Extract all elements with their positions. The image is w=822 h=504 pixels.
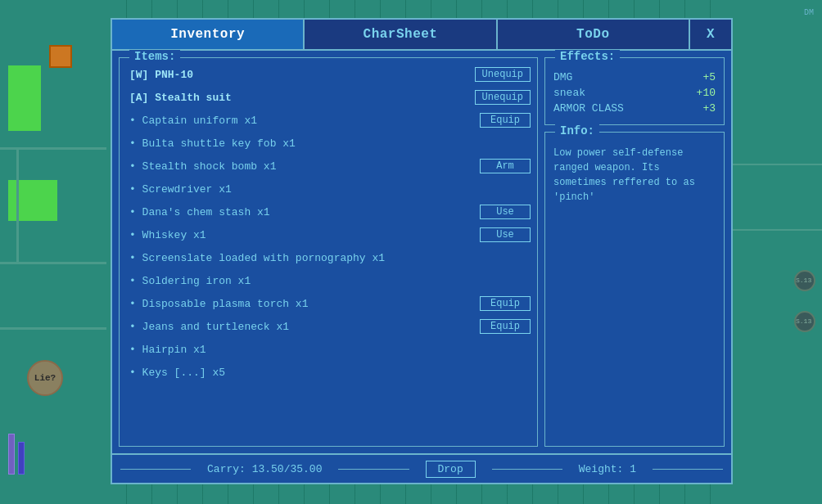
effect-armor-value: +3 <box>702 102 716 115</box>
item-row-dana-stash: • Dana's chem stash x1 Use <box>129 202 531 222</box>
blue-component <box>18 442 25 475</box>
lie-button[interactable]: Lie? <box>27 360 63 396</box>
effect-row-armor: ARMOR CLASS +3 <box>553 102 716 115</box>
item-soldering-text: • Soldering iron x1 <box>129 275 531 287</box>
green-block-2 <box>8 180 57 221</box>
item-weapon-text: [W] PNH-10 <box>129 69 475 81</box>
equip-jeans-button[interactable]: Equip <box>480 319 531 334</box>
side-left-panel: Lie? <box>0 0 111 504</box>
effect-sneak-value: +10 <box>697 87 716 99</box>
item-row-captain-uniform: • Captain uniform x1 Equip <box>129 110 531 130</box>
effects-panel-label: Effects: <box>555 50 620 63</box>
info-panel: Info: Low power self-defense ranged weap… <box>544 132 725 447</box>
item-hairpin-text: • Hairpin x1 <box>129 344 531 356</box>
unequip-armor-button[interactable]: Unequip <box>475 90 531 105</box>
info-panel-label: Info: <box>555 124 599 137</box>
arm-stealth-bomb-button[interactable]: Arm <box>480 159 531 173</box>
right-panel: Effects: DMG +5 sneak +10 ARMOR CLASS +3 <box>544 57 725 447</box>
item-captain-uniform-text: • Captain uniform x1 <box>129 115 480 127</box>
screw-1: S.13 <box>794 270 815 291</box>
info-text: Low power self-defense ranged weapon. It… <box>553 146 716 205</box>
side-right-panel: S.13 S.13 DM <box>733 0 822 504</box>
items-panel: Items: [W] PNH-10 Unequip [A] Stealth su… <box>119 57 538 447</box>
circuit-right-2 <box>733 229 822 231</box>
effect-row-dmg: DMG +5 <box>553 71 716 83</box>
equip-captain-uniform-button[interactable]: Equip <box>480 113 531 128</box>
tab-charsheet[interactable]: CharSheet <box>305 20 497 49</box>
circuit-line-3 <box>0 327 106 330</box>
item-row-keys: • Keys [...] x5 <box>129 362 531 382</box>
unequip-weapon-button[interactable]: Unequip <box>475 67 531 82</box>
item-row-jeans: • Jeans and turtleneck x1 Equip <box>129 317 531 336</box>
effects-panel: Effects: DMG +5 sneak +10 ARMOR CLASS +3 <box>544 57 725 125</box>
weight-text: Weight: 1 <box>579 463 636 475</box>
item-stealth-bomb-text: • Stealth shock bomb x1 <box>129 160 480 173</box>
tab-inventory[interactable]: Inventory <box>112 20 305 49</box>
bottom-divider-left <box>120 469 191 470</box>
item-row-weapon: [W] PNH-10 Unequip <box>129 65 531 84</box>
item-row-soldering: • Soldering iron x1 <box>129 271 531 290</box>
effect-dmg-value: +5 <box>702 71 716 83</box>
item-screwdriver-text: • Screwdriver x1 <box>129 183 531 196</box>
orange-component <box>49 45 72 68</box>
item-keys-text: • Keys [...] x5 <box>129 367 531 379</box>
item-screenslate-text: • Screenslate loaded with pornography x1 <box>129 252 531 264</box>
items-panel-label: Items: <box>129 50 180 63</box>
use-whiskey-button[interactable]: Use <box>480 227 531 242</box>
content-area: Items: [W] PNH-10 Unequip [A] Stealth su… <box>112 51 731 453</box>
effect-dmg-name: DMG <box>553 71 572 83</box>
bottom-divider-mid <box>338 469 409 470</box>
item-jeans-text: • Jeans and turtleneck x1 <box>129 321 480 333</box>
item-dana-stash-text: • Dana's chem stash x1 <box>129 206 480 218</box>
bottom-divider-right <box>492 469 562 470</box>
equip-plasma-torch-button[interactable]: Equip <box>480 296 531 311</box>
item-bulta-key-text: • Bulta shuttle key fob x1 <box>129 137 531 150</box>
item-row-bulta-key: • Bulta shuttle key fob x1 <box>129 133 531 153</box>
drop-button[interactable]: Drop <box>426 461 476 478</box>
circuit-line-2 <box>0 262 106 264</box>
item-row-hairpin: • Hairpin x1 <box>129 340 531 359</box>
tab-bar: Inventory CharSheet ToDo X <box>112 20 731 51</box>
use-dana-stash-button[interactable]: Use <box>480 205 531 219</box>
item-row-screenslate: • Screenslate loaded with pornography x1 <box>129 248 531 268</box>
item-whiskey-text: • Whiskey x1 <box>129 229 480 241</box>
item-plasma-torch-text: • Disposable plasma torch x1 <box>129 298 480 310</box>
screw-2: S.13 <box>794 311 815 332</box>
dmg-corner-label: DM <box>804 8 814 17</box>
circuit-right-1 <box>733 164 822 165</box>
purple-component <box>8 434 15 475</box>
item-row-stealth-bomb: • Stealth shock bomb x1 Arm <box>129 156 531 176</box>
circuit-vert-1 <box>16 147 19 262</box>
bottom-divider-far-right <box>653 469 723 470</box>
item-armor-text: [A] Stealth suit <box>129 92 475 104</box>
item-row-plasma-torch: • Disposable plasma torch x1 Equip <box>129 294 531 313</box>
effect-sneak-name: sneak <box>553 87 585 99</box>
tab-close[interactable]: X <box>690 20 731 49</box>
main-window: Inventory CharSheet ToDo X Items: [W] PN… <box>111 18 733 484</box>
effect-armor-name: ARMOR CLASS <box>553 102 624 115</box>
tab-todo[interactable]: ToDo <box>498 20 690 49</box>
bottom-bar: Carry: 13.50/35.00 Drop Weight: 1 <box>112 453 731 483</box>
item-row-whiskey: • Whiskey x1 Use <box>129 225 531 245</box>
item-row-screwdriver: • Screwdriver x1 <box>129 179 531 199</box>
green-block-1 <box>8 65 41 131</box>
carry-text: Carry: 13.50/35.00 <box>207 463 322 475</box>
effect-row-sneak: sneak +10 <box>553 87 716 99</box>
item-row-armor: [A] Stealth suit Unequip <box>129 88 531 107</box>
